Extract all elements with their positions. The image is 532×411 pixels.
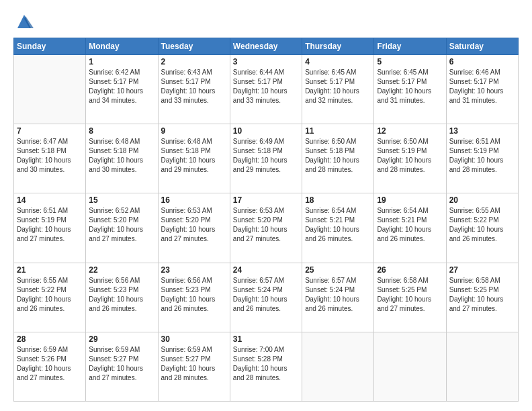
cell-date-number: 25: [305, 265, 371, 275]
calendar-week-row: 7Sunrise: 6:47 AMSunset: 5:18 PMDaylight…: [14, 124, 519, 193]
calendar-week-row: 21Sunrise: 6:55 AMSunset: 5:22 PMDayligh…: [14, 263, 519, 332]
cell-sun-info: Sunrise: 6:55 AMSunset: 5:22 PMDaylight:…: [449, 206, 515, 244]
calendar-week-row: 1Sunrise: 6:42 AMSunset: 5:17 PMDaylight…: [14, 55, 519, 124]
calendar-cell: [302, 332, 374, 401]
calendar-cell: 1Sunrise: 6:42 AMSunset: 5:17 PMDaylight…: [86, 55, 158, 124]
calendar-cell: 31Sunrise: 7:00 AMSunset: 5:28 PMDayligh…: [230, 332, 302, 401]
calendar-cell: [374, 332, 446, 401]
calendar-cell: [14, 55, 86, 124]
cell-sun-info: Sunrise: 6:51 AMSunset: 5:19 PMDaylight:…: [449, 137, 515, 175]
calendar-cell: 6Sunrise: 6:46 AMSunset: 5:17 PMDaylight…: [446, 55, 518, 124]
calendar-cell: 27Sunrise: 6:58 AMSunset: 5:25 PMDayligh…: [446, 263, 518, 332]
calendar-cell: 21Sunrise: 6:55 AMSunset: 5:22 PMDayligh…: [14, 263, 86, 332]
cell-date-number: 9: [161, 126, 227, 136]
calendar-cell: 12Sunrise: 6:50 AMSunset: 5:19 PMDayligh…: [374, 124, 446, 193]
cell-date-number: 24: [233, 265, 299, 275]
calendar-cell: 22Sunrise: 6:56 AMSunset: 5:23 PMDayligh…: [86, 263, 158, 332]
cell-sun-info: Sunrise: 6:52 AMSunset: 5:20 PMDaylight:…: [89, 206, 154, 244]
calendar-cell: 7Sunrise: 6:47 AMSunset: 5:18 PMDaylight…: [14, 124, 86, 193]
calendar-table: SundayMondayTuesdayWednesdayThursdayFrid…: [13, 38, 519, 402]
cell-date-number: 8: [89, 126, 154, 136]
cell-sun-info: Sunrise: 6:51 AMSunset: 5:19 PMDaylight:…: [17, 206, 83, 244]
cell-sun-info: Sunrise: 6:54 AMSunset: 5:21 PMDaylight:…: [305, 206, 371, 244]
cell-sun-info: Sunrise: 6:44 AMSunset: 5:17 PMDaylight:…: [233, 68, 299, 105]
calendar-cell: 29Sunrise: 6:59 AMSunset: 5:27 PMDayligh…: [86, 332, 158, 401]
calendar-cell: 4Sunrise: 6:45 AMSunset: 5:17 PMDaylight…: [302, 55, 374, 124]
calendar-cell: 13Sunrise: 6:51 AMSunset: 5:19 PMDayligh…: [446, 124, 518, 193]
cell-date-number: 4: [305, 57, 371, 66]
calendar-cell: 18Sunrise: 6:54 AMSunset: 5:21 PMDayligh…: [302, 193, 374, 263]
cell-date-number: 31: [233, 334, 299, 344]
weekday-header-monday: Monday: [86, 38, 158, 55]
cell-sun-info: Sunrise: 7:00 AMSunset: 5:28 PMDaylight:…: [233, 345, 299, 383]
calendar-cell: 26Sunrise: 6:58 AMSunset: 5:25 PMDayligh…: [374, 263, 446, 332]
calendar-cell: 11Sunrise: 6:50 AMSunset: 5:18 PMDayligh…: [302, 124, 374, 193]
calendar-cell: 10Sunrise: 6:49 AMSunset: 5:18 PMDayligh…: [230, 124, 302, 193]
calendar-cell: 30Sunrise: 6:59 AMSunset: 5:27 PMDayligh…: [158, 332, 230, 401]
calendar-cell: 17Sunrise: 6:53 AMSunset: 5:20 PMDayligh…: [230, 193, 302, 263]
cell-date-number: 5: [377, 57, 443, 66]
cell-sun-info: Sunrise: 6:53 AMSunset: 5:20 PMDaylight:…: [233, 206, 299, 244]
cell-date-number: 15: [89, 195, 154, 205]
cell-sun-info: Sunrise: 6:55 AMSunset: 5:22 PMDaylight:…: [17, 276, 83, 314]
cell-date-number: 2: [161, 57, 227, 66]
cell-date-number: 6: [449, 57, 515, 66]
calendar-cell: 19Sunrise: 6:54 AMSunset: 5:21 PMDayligh…: [374, 193, 446, 263]
cell-date-number: 22: [89, 265, 154, 275]
cell-sun-info: Sunrise: 6:48 AMSunset: 5:18 PMDaylight:…: [89, 137, 154, 175]
calendar-cell: 5Sunrise: 6:45 AMSunset: 5:17 PMDaylight…: [374, 55, 446, 124]
cell-sun-info: Sunrise: 6:57 AMSunset: 5:24 PMDaylight:…: [305, 276, 371, 314]
cell-date-number: 30: [161, 334, 227, 344]
cell-date-number: 23: [161, 265, 227, 275]
cell-date-number: 13: [449, 126, 515, 136]
cell-sun-info: Sunrise: 6:45 AMSunset: 5:17 PMDaylight:…: [305, 68, 371, 105]
cell-date-number: 27: [449, 265, 515, 275]
cell-date-number: 17: [233, 195, 299, 205]
calendar-cell: 14Sunrise: 6:51 AMSunset: 5:19 PMDayligh…: [14, 193, 86, 263]
cell-sun-info: Sunrise: 6:42 AMSunset: 5:17 PMDaylight:…: [89, 68, 154, 105]
cell-date-number: 21: [17, 265, 83, 275]
cell-sun-info: Sunrise: 6:50 AMSunset: 5:18 PMDaylight:…: [305, 137, 371, 175]
cell-sun-info: Sunrise: 6:54 AMSunset: 5:21 PMDaylight:…: [377, 206, 443, 244]
cell-date-number: 11: [305, 126, 371, 136]
cell-date-number: 19: [377, 195, 443, 205]
cell-sun-info: Sunrise: 6:53 AMSunset: 5:20 PMDaylight:…: [161, 206, 227, 244]
calendar-cell: 16Sunrise: 6:53 AMSunset: 5:20 PMDayligh…: [158, 193, 230, 263]
calendar-cell: 23Sunrise: 6:56 AMSunset: 5:23 PMDayligh…: [158, 263, 230, 332]
calendar-cell: 20Sunrise: 6:55 AMSunset: 5:22 PMDayligh…: [446, 193, 518, 263]
calendar-header-row: SundayMondayTuesdayWednesdayThursdayFrid…: [14, 38, 519, 55]
cell-date-number: 26: [377, 265, 443, 275]
weekday-header-thursday: Thursday: [302, 38, 374, 55]
cell-sun-info: Sunrise: 6:56 AMSunset: 5:23 PMDaylight:…: [89, 276, 154, 314]
cell-date-number: 16: [161, 195, 227, 205]
cell-date-number: 12: [377, 126, 443, 136]
cell-date-number: 14: [17, 195, 83, 205]
cell-date-number: 3: [233, 57, 299, 66]
cell-sun-info: Sunrise: 6:59 AMSunset: 5:26 PMDaylight:…: [17, 345, 83, 383]
header: [13, 12, 519, 31]
logo-icon: [15, 12, 34, 31]
cell-date-number: 18: [305, 195, 371, 205]
cell-sun-info: Sunrise: 6:58 AMSunset: 5:25 PMDaylight:…: [377, 276, 443, 314]
cell-date-number: 10: [233, 126, 299, 136]
cell-date-number: 7: [17, 126, 83, 136]
cell-sun-info: Sunrise: 6:58 AMSunset: 5:25 PMDaylight:…: [449, 276, 515, 314]
cell-sun-info: Sunrise: 6:43 AMSunset: 5:17 PMDaylight:…: [161, 68, 227, 105]
cell-date-number: 1: [89, 57, 154, 66]
calendar-week-row: 14Sunrise: 6:51 AMSunset: 5:19 PMDayligh…: [14, 193, 519, 263]
weekday-header-friday: Friday: [374, 38, 446, 55]
cell-sun-info: Sunrise: 6:59 AMSunset: 5:27 PMDaylight:…: [89, 345, 154, 383]
cell-sun-info: Sunrise: 6:48 AMSunset: 5:18 PMDaylight:…: [161, 137, 227, 175]
calendar-cell: [446, 332, 518, 401]
cell-sun-info: Sunrise: 6:46 AMSunset: 5:17 PMDaylight:…: [449, 68, 515, 105]
calendar-week-row: 28Sunrise: 6:59 AMSunset: 5:26 PMDayligh…: [14, 332, 519, 401]
weekday-header-sunday: Sunday: [14, 38, 86, 55]
weekday-header-tuesday: Tuesday: [158, 38, 230, 55]
calendar-cell: 9Sunrise: 6:48 AMSunset: 5:18 PMDaylight…: [158, 124, 230, 193]
logo: [13, 12, 34, 31]
calendar-cell: 28Sunrise: 6:59 AMSunset: 5:26 PMDayligh…: [14, 332, 86, 401]
cell-sun-info: Sunrise: 6:45 AMSunset: 5:17 PMDaylight:…: [377, 68, 443, 105]
calendar-cell: 15Sunrise: 6:52 AMSunset: 5:20 PMDayligh…: [86, 193, 158, 263]
calendar-cell: 8Sunrise: 6:48 AMSunset: 5:18 PMDaylight…: [86, 124, 158, 193]
weekday-header-wednesday: Wednesday: [230, 38, 302, 55]
